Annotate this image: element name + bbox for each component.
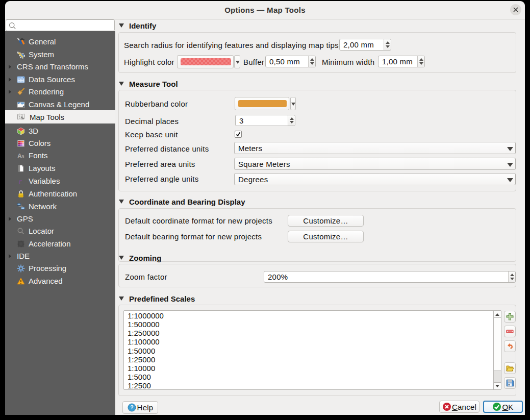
svg-text:a: a — [21, 153, 24, 159]
svg-text:?: ? — [130, 404, 134, 410]
svg-text:ε: ε — [19, 177, 22, 185]
